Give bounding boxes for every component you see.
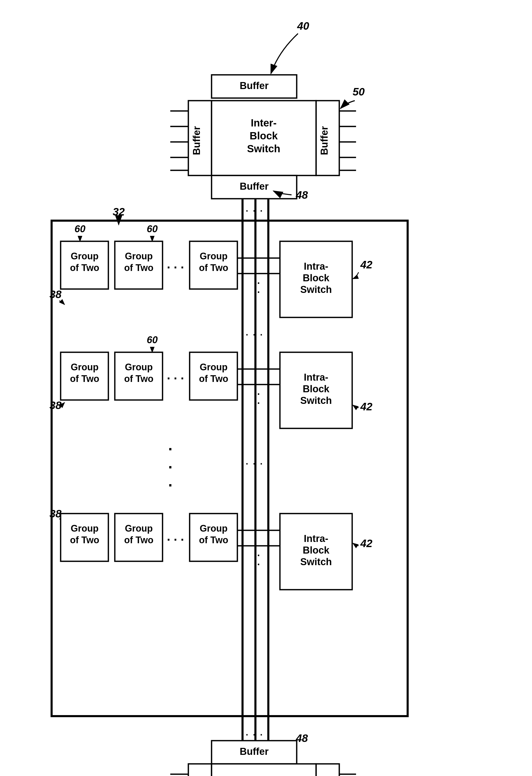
ref-38-r3: 38: [49, 508, 62, 520]
diagram-container: Buffer Buffer Buffer Inter- Block Switch…: [0, 0, 532, 776]
got-r2-3b: of Two: [199, 373, 228, 384]
got-r3-2: Group: [125, 523, 153, 534]
bottom-buffer-top-section: Buffer: [240, 181, 269, 192]
ellipsis-r1: . . .: [167, 257, 184, 271]
ref-42-r1: 42: [360, 258, 372, 271]
dots-top: . . .: [245, 200, 263, 214]
ref-42-r2: 42: [360, 400, 372, 413]
svg-rect-23: [52, 221, 408, 716]
got-r1-3b: of Two: [199, 262, 228, 273]
got-r2-1: Group: [71, 362, 98, 372]
dots-r3-conn2: ·: [257, 559, 260, 570]
got-r1-3: Group: [200, 251, 228, 261]
got-r2-2b: of Two: [124, 373, 153, 384]
top-buffer-label: Buffer: [240, 80, 269, 91]
intra-switch-r1b: Block: [303, 272, 329, 283]
left-buffer-label-top: Buffer: [191, 126, 202, 155]
diagram-svg: Buffer Buffer Buffer Inter- Block Switch…: [0, 0, 532, 776]
got-r3-3: Group: [200, 523, 228, 534]
got-r1-2b: of Two: [124, 262, 153, 273]
intra-switch-r3: Intra-: [304, 533, 328, 544]
got-r3-2b: of Two: [124, 535, 153, 545]
ref-60-r2: 60: [147, 335, 158, 345]
dots-bus-mid: . . .: [245, 453, 263, 467]
intra-switch-r1c: Switch: [300, 284, 332, 295]
intra-switch-r2: Intra-: [304, 372, 328, 383]
got-r3-3b: of Two: [199, 535, 228, 545]
got-r3-1b: of Two: [70, 535, 99, 545]
dots-r1-conn2: ·: [257, 287, 260, 298]
intra-switch-r2c: Switch: [300, 395, 332, 406]
intra-switch-r3c: Switch: [300, 556, 332, 567]
svg-rect-49: [188, 764, 212, 776]
ref-32: 32: [113, 206, 125, 218]
intra-switch-r1: Intra-: [304, 261, 328, 272]
ref-48-bottom: 48: [296, 732, 308, 744]
ref-40-top: 40: [297, 20, 309, 32]
svg-rect-61: [212, 764, 316, 776]
svg-rect-55: [316, 764, 339, 776]
inter-block-switch-top2: Block: [250, 130, 278, 142]
got-r2-2: Group: [125, 362, 153, 372]
intra-switch-r3b: Block: [303, 545, 329, 556]
vert-dots-mid3: ·: [168, 476, 173, 494]
got-r1-1: Group: [71, 251, 98, 261]
dots-between-r1-r2: . . .: [245, 324, 263, 338]
got-r3-1: Group: [71, 523, 98, 534]
dots-bottom: . . .: [245, 724, 263, 738]
ellipsis-r3: . . .: [167, 530, 184, 543]
ellipsis-r2: . . .: [167, 368, 184, 382]
ref-38-r2: 38: [49, 399, 62, 411]
got-r2-1b: of Two: [70, 373, 99, 384]
inter-block-switch-top3: Switch: [247, 143, 280, 154]
ref-42-r3: 42: [360, 537, 372, 549]
inter-block-switch-top: Inter-: [251, 117, 277, 129]
dots-r2-conn2: ·: [257, 398, 260, 408]
got-r1-1b: of Two: [70, 262, 99, 273]
ref-60-r1g1: 60: [74, 223, 85, 234]
got-r2-3: Group: [200, 362, 228, 372]
ref-50-top: 50: [353, 86, 365, 98]
right-buffer-label-top: Buffer: [319, 126, 330, 155]
ref-60-r1m: 60: [147, 223, 158, 234]
ref-38-r1: 38: [49, 288, 62, 301]
intra-switch-r2b: Block: [303, 383, 329, 394]
got-r1-2: Group: [125, 251, 153, 261]
buffer-bottom-top: Buffer: [240, 746, 269, 757]
ref-48-top: 48: [296, 189, 308, 201]
vert-dots-mid: ·: [168, 440, 173, 457]
vert-dots-mid2: ·: [168, 458, 173, 475]
